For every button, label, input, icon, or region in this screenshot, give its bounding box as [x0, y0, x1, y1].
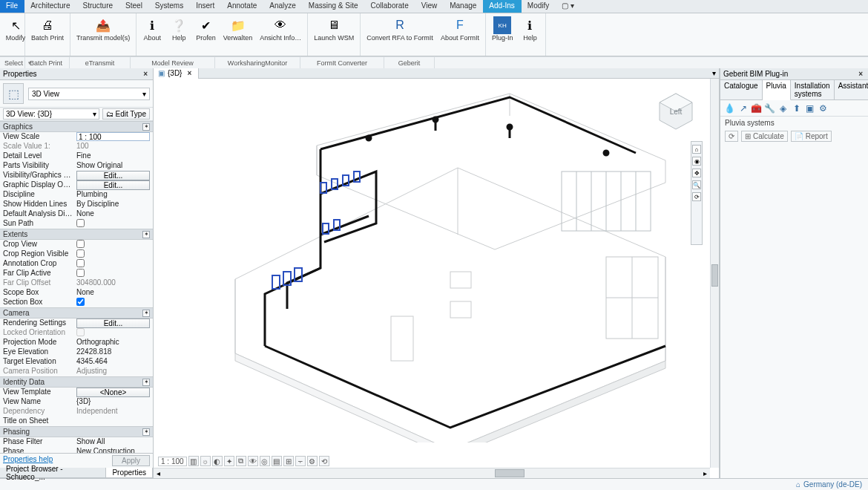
title-sheet-field[interactable] [74, 416, 150, 426]
ansicht-info-button[interactable]: 👁Ansicht Info… [257, 15, 304, 43]
view-scale-label[interactable]: 1 : 100 [158, 457, 187, 466]
analyze-tab[interactable]: Analyze [263, 0, 303, 13]
hide-button[interactable]: 👁 [248, 456, 258, 466]
convert-rfa-button[interactable]: RConvert RFA to FormIt [364, 15, 436, 43]
view-tab-3d[interactable]: ▣ {3D} × [154, 68, 199, 79]
calculate-button[interactable]: ⊞Calculate [741, 131, 788, 142]
project-browser-tab[interactable]: Project Browser - Schueco_... [0, 468, 106, 477]
about-formit-button[interactable]: FAbout FormIt [438, 15, 482, 43]
refresh-button[interactable]: ⟳ [725, 131, 738, 142]
instance-selector[interactable]: 3D View: {3D}▾ [3, 108, 99, 120]
viewport-vscroll[interactable] [710, 79, 719, 468]
collapse-button[interactable]: ✶ [142, 123, 150, 131]
vc-btn-12[interactable]: ⟲ [319, 456, 329, 466]
scope-box-field[interactable]: None [74, 288, 150, 298]
tool-icon-1[interactable]: 💧 [724, 102, 735, 114]
apply-button[interactable]: Apply [112, 455, 150, 466]
transmit-button[interactable]: 📤 Transmit model(s) [73, 15, 133, 43]
vc-btn-8[interactable]: ▤ [272, 456, 282, 466]
viewport-3d[interactable]: Left ⌂ ◉ ✥ 🔍 ⟳ 1 : 100 ▥ ☼ ◐ ✦ ⧉ 👁 ◎ ▤ ⊞ [154, 79, 719, 478]
target-elev-field[interactable]: 4345.464 [74, 357, 150, 367]
view-tabs-dropdown[interactable]: ▾ [709, 69, 719, 77]
discipline-field[interactable]: Plumbing [74, 190, 150, 200]
properties-secondary-tab[interactable]: Properties [106, 468, 153, 477]
show-hidden-field[interactable]: By Discipline [74, 200, 150, 209]
crop-region-checkbox[interactable] [76, 249, 85, 258]
vg-overrides-button[interactable]: Edit... [76, 171, 150, 180]
phase-field[interactable]: New Construction [74, 447, 150, 453]
collapse-button[interactable]: ✶ [142, 310, 150, 317]
tool-icon-8[interactable]: ⚙ [818, 102, 829, 114]
plugin-button[interactable]: KHPlug-In [489, 15, 516, 43]
view-tab[interactable]: View [415, 0, 444, 13]
sun-button[interactable]: ☼ [200, 456, 211, 466]
visual-style-button[interactable]: ▥ [188, 456, 199, 466]
steel-tab[interactable]: Steel [119, 0, 149, 13]
vc-btn-10[interactable]: ⫟ [295, 456, 306, 466]
extra-tab[interactable]: ▢ ▾ [556, 0, 581, 13]
type-selector[interactable]: 3D View▾ [28, 88, 150, 100]
nav-home-button[interactable]: ⌂ [692, 145, 701, 154]
tool-icon-7[interactable]: ▣ [804, 102, 815, 114]
collapse-button[interactable]: ✶ [142, 231, 150, 238]
assistants-tab[interactable]: Assistants [835, 80, 868, 99]
modify-button[interactable]: ↖ Modify [3, 15, 28, 43]
tool-icon-2[interactable]: ↗ [737, 102, 749, 114]
far-clip-checkbox[interactable] [76, 269, 85, 277]
tool-icon-3[interactable]: 🧰 [751, 102, 762, 114]
massing-tab[interactable]: Massing & Site [303, 0, 365, 13]
view-tab-close[interactable]: × [185, 69, 194, 77]
locale-selector[interactable]: ⌂ Germany (de-DE) [796, 480, 862, 489]
collapse-button[interactable]: ✶ [142, 379, 150, 386]
tool-icon-4[interactable]: 🔧 [764, 102, 775, 114]
sun-path-checkbox[interactable] [76, 219, 85, 227]
rendering-button[interactable]: Edit... [76, 318, 150, 328]
tool-icon-5[interactable]: ◈ [777, 102, 789, 114]
nav-zoom-button[interactable]: 🔍 [692, 180, 701, 189]
nav-pan-button[interactable]: ✥ [692, 169, 701, 177]
parts-visibility-field[interactable]: Show Original [74, 161, 150, 171]
annotate-tab[interactable]: Annotate [221, 0, 263, 13]
default-analysis-field[interactable]: None [74, 209, 150, 219]
help2-button[interactable]: ℹHelp [517, 15, 542, 43]
view-cube[interactable]: Left [654, 89, 698, 134]
verwalten-button[interactable]: 📁Verwalten [220, 15, 256, 43]
gd-options-button[interactable]: Edit... [76, 180, 150, 190]
structure-tab[interactable]: Structure [76, 0, 119, 13]
crop-button[interactable]: ⧉ [236, 456, 246, 466]
eye-elev-field[interactable]: 22428.818 [74, 347, 150, 357]
viewport-hscroll[interactable]: ◂▸ [154, 468, 710, 478]
architecture-tab[interactable]: Architecture [24, 0, 76, 13]
projection-field[interactable]: Orthographic [74, 338, 150, 347]
tool-icon-6[interactable]: ⬆ [791, 102, 802, 114]
nav-orbit-button[interactable]: ⟳ [692, 192, 701, 201]
modify-tab[interactable]: Modify [522, 0, 556, 13]
reveal-button[interactable]: ◎ [260, 456, 270, 466]
view-name-field[interactable]: {3D} [74, 397, 150, 407]
section-box-checkbox[interactable] [76, 298, 85, 306]
systems-tab[interactable]: Systems [149, 0, 190, 13]
launch-wsm-button[interactable]: 🖥Launch WSM [311, 15, 357, 43]
crop-view-checkbox[interactable] [76, 240, 85, 248]
shadow-button[interactable]: ◐ [212, 456, 223, 466]
detail-level-field[interactable]: Fine [74, 151, 150, 161]
nav-wheel-button[interactable]: ◉ [692, 157, 701, 166]
report-button[interactable]: 📄Report [791, 131, 832, 142]
view-scale-input[interactable] [76, 132, 150, 141]
phase-filter-field[interactable]: Show All [74, 437, 150, 447]
about-button[interactable]: ℹAbout [139, 15, 165, 43]
properties-close-button[interactable]: × [141, 70, 150, 78]
profen-button[interactable]: ✔Profen [193, 15, 219, 43]
collapse-button[interactable]: ✶ [142, 428, 150, 436]
installation-systems-tab[interactable]: Installation systems [791, 80, 835, 99]
insert-tab[interactable]: Insert [190, 0, 221, 13]
vc-btn-9[interactable]: ⊞ [283, 456, 294, 466]
annotation-crop-checkbox[interactable] [76, 259, 85, 267]
edit-type-button[interactable]: 🗂 Edit Type [102, 108, 150, 120]
addins-tab[interactable]: Add-Ins [483, 0, 521, 13]
geberit-close-button[interactable]: × [856, 70, 865, 78]
render-button[interactable]: ✦ [224, 456, 234, 466]
pluvia-tab[interactable]: Pluvia [763, 80, 791, 100]
select-group[interactable]: Select [0, 57, 25, 68]
view-template-button[interactable]: <None> [76, 388, 150, 397]
